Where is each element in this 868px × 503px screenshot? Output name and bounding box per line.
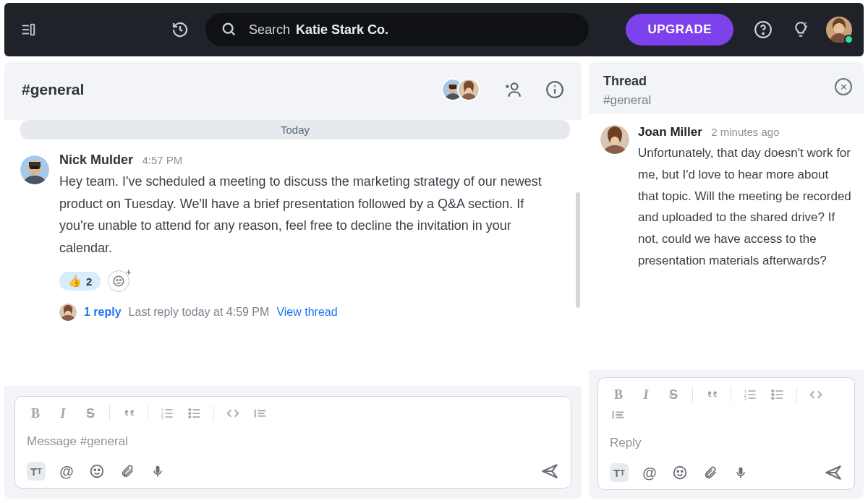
top-bar: Search Katie Stark Co. UPGRADE [4,3,864,56]
message-author[interactable]: Nick Mulder [59,152,133,167]
svg-point-69 [772,394,774,396]
search-box[interactable]: Search Katie Stark Co. [205,13,589,46]
svg-point-53 [91,465,103,478]
presence-dot [844,35,854,44]
svg-rect-3 [31,25,35,35]
strike-button[interactable]: S [665,387,682,403]
thread-subtitle[interactable]: #general [603,93,651,108]
svg-point-32 [116,280,118,281]
help-icon[interactable] [751,17,775,42]
svg-rect-29 [29,162,41,167]
toggle-formatting-button[interactable]: TT [27,462,46,481]
code-button[interactable] [807,387,825,403]
message-composer: B I S 123 TT @ [14,396,571,489]
svg-point-70 [772,397,774,400]
main-panel: #general Today Nick Mulder 4:57 PM [4,62,582,499]
message: Nick Mulder 4:57 PM Hey team. I've sched… [20,152,574,321]
emoji-button[interactable] [88,462,106,481]
bullet-list-button[interactable] [186,406,203,421]
reaction-pill[interactable]: 👍 2 [59,272,101,291]
svg-point-25 [554,85,556,87]
channel-header: #general [4,62,582,120]
bullet-list-button[interactable] [769,387,786,402]
reply-avatar [59,304,77,321]
italic-button[interactable]: I [637,387,655,403]
close-icon[interactable]: ✕ [835,78,852,95]
codeblock-button[interactable] [610,407,627,423]
add-user-icon[interactable] [503,80,522,99]
info-icon[interactable] [545,80,564,99]
svg-text:3: 3 [744,397,746,401]
svg-point-78 [674,467,686,479]
svg-point-45 [189,416,191,418]
ordered-list-button[interactable]: 123 [158,406,176,421]
sidebar-toggle-icon[interactable] [16,17,41,42]
message-avatar[interactable] [20,155,49,184]
quote-button[interactable] [120,406,137,421]
codeblock-button[interactable] [252,405,269,421]
view-thread-link[interactable]: View thread [276,306,337,319]
user-avatar[interactable] [826,17,852,43]
reaction-emoji: 👍 [68,275,82,288]
bold-button[interactable]: B [27,406,44,421]
svg-point-7 [762,33,764,35]
thread-panel: Thread #general ✕ Joan Miller 2 minutes … [589,62,864,499]
code-button[interactable] [224,405,242,421]
thread-composer: B I S 123 TT @ [597,377,855,490]
message-input[interactable] [22,427,563,457]
send-button[interactable] [824,463,843,482]
thread-avatar[interactable] [600,125,629,154]
reply-input[interactable] [605,429,847,459]
svg-point-55 [98,469,100,470]
italic-button[interactable]: I [54,406,72,421]
svg-point-44 [189,413,191,415]
ordered-list-button[interactable]: 123 [741,387,759,402]
search-icon [221,22,237,38]
upgrade-button[interactable]: UPGRADE [626,14,733,46]
svg-rect-30 [30,166,40,169]
message-list: Today Nick Mulder 4:57 PM Hey team. I've… [4,120,582,386]
quote-button[interactable] [703,387,720,402]
thread-header: Thread #general ✕ [589,62,864,113]
toggle-formatting-button[interactable]: TT [610,463,629,482]
channel-title[interactable]: #general [22,81,84,98]
history-icon[interactable] [168,17,192,42]
thread-formatting-toolbar: B I S 123 [605,384,847,429]
thread-message: Joan Miller 2 minutes ago Unfortunately,… [600,125,852,272]
reply-count: 1 reply [84,306,122,319]
bulb-icon[interactable] [788,17,813,42]
svg-point-4 [224,24,233,33]
thread-summary[interactable]: 1 reply Last reply today at 4:59 PM View… [59,304,560,321]
date-divider: Today [20,120,570,139]
strike-button[interactable]: S [82,406,99,421]
thread-author[interactable]: Joan Miller [638,125,702,139]
add-reaction-icon[interactable]: + [108,270,129,292]
svg-point-43 [189,409,191,411]
mention-button[interactable]: @ [57,462,76,481]
thread-title: Thread [603,74,651,89]
attach-button[interactable] [118,462,137,481]
last-reply: Last reply today at 4:59 PM [129,306,270,319]
send-button[interactable] [540,462,559,481]
formatting-toolbar: B I S 123 [22,403,563,427]
svg-rect-81 [739,468,743,475]
mic-button[interactable] [731,463,750,482]
bold-button[interactable]: B [610,387,627,403]
channel-members[interactable] [443,78,480,101]
reaction-count: 2 [86,275,92,288]
thread-time: 2 minutes ago [711,126,779,138]
scrollbar[interactable] [576,192,580,308]
svg-point-79 [677,470,678,472]
svg-point-31 [114,277,124,287]
svg-rect-16 [450,87,456,90]
svg-point-33 [120,280,122,281]
search-label: Search [249,22,290,38]
svg-rect-56 [156,466,160,473]
svg-point-54 [94,469,95,470]
svg-point-68 [772,390,774,392]
attach-button[interactable] [701,463,720,482]
emoji-button[interactable] [671,463,689,482]
svg-text:3: 3 [161,416,163,420]
mic-button[interactable] [148,462,167,481]
mention-button[interactable]: @ [640,463,659,482]
